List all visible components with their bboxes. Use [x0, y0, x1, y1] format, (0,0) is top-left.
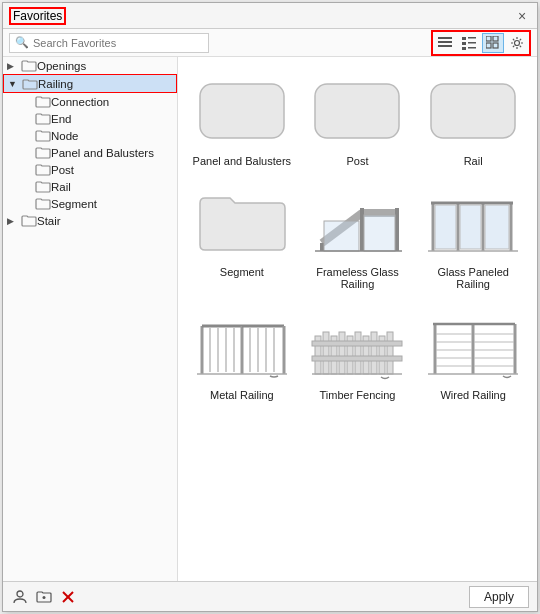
folder-icon-end [35, 112, 51, 125]
thumb-segment [192, 183, 292, 261]
grid-item-post[interactable]: Post [300, 63, 416, 174]
thumb-rail [423, 72, 523, 150]
tree-label-panel: Panel and Balusters [51, 147, 154, 159]
tree-label-stair: Stair [37, 215, 61, 227]
detail-view-button[interactable] [458, 33, 480, 53]
label-metal-railing: Metal Railing [210, 389, 274, 401]
folder-icon-node [35, 129, 51, 142]
tree-item-panel-and-balusters[interactable]: Panel and Balusters [17, 144, 177, 161]
tree-label-railing: Railing [38, 78, 73, 90]
svg-rect-3 [462, 37, 466, 40]
settings-icon [510, 36, 524, 50]
label-glass-paneled: Glass Paneled Railing [420, 266, 526, 290]
favorites-window: Favorites × 🔍 [2, 2, 538, 612]
thumb-wired-railing [423, 306, 523, 384]
folder-icon-stair [21, 214, 37, 227]
apply-button[interactable]: Apply [469, 586, 529, 608]
search-icon: 🔍 [15, 36, 29, 49]
grid-icon [486, 36, 500, 50]
tree-item-rail[interactable]: Rail [17, 178, 177, 195]
tree-item-post[interactable]: Post [17, 161, 177, 178]
delete-icon[interactable] [59, 588, 77, 606]
tree-label-post: Post [51, 164, 74, 176]
svg-rect-23 [364, 215, 395, 251]
folder-icon-rail [35, 180, 51, 193]
svg-rect-53 [355, 332, 361, 374]
svg-rect-15 [315, 84, 399, 138]
grid-view-button[interactable] [482, 33, 504, 53]
svg-rect-51 [339, 332, 345, 374]
svg-rect-6 [468, 42, 476, 44]
thumb-frameless-glass [307, 183, 407, 261]
thumb-glass-paneled [423, 183, 523, 261]
detail-icon [462, 36, 476, 50]
grid-item-metal-railing[interactable]: Metal Railing [184, 297, 300, 408]
window-title: Favorites [9, 7, 66, 25]
svg-rect-2 [438, 45, 452, 47]
tree-label-connection: Connection [51, 96, 109, 108]
tree-item-end[interactable]: End [17, 110, 177, 127]
toolbar: 🔍 [3, 29, 537, 57]
tree-item-node[interactable]: Node [17, 127, 177, 144]
settings-button[interactable] [506, 33, 528, 53]
user-icon[interactable] [11, 588, 29, 606]
folder-icon-railing [22, 77, 38, 90]
svg-rect-32 [485, 205, 509, 249]
grid-item-frameless-glass[interactable]: Frameless Glass Railing [300, 174, 416, 297]
toolbar-view-buttons [431, 30, 531, 56]
label-segment: Segment [220, 266, 264, 278]
svg-rect-8 [468, 47, 476, 49]
svg-rect-7 [462, 47, 466, 50]
svg-rect-1 [438, 41, 452, 43]
svg-rect-31 [460, 205, 481, 249]
folder-icon-footer[interactable] [35, 588, 53, 606]
tree-arrow-stair: ▶ [7, 216, 21, 226]
svg-rect-57 [387, 332, 393, 374]
tree-item-segment[interactable]: Segment [17, 195, 177, 212]
svg-point-77 [43, 596, 46, 599]
thumb-metal-railing [192, 306, 292, 384]
tree-item-connection[interactable]: Connection [17, 93, 177, 110]
thumb-panel-balusters [192, 72, 292, 150]
tree-arrow-railing: ▼ [8, 79, 22, 89]
search-input[interactable] [33, 37, 203, 49]
grid-item-panel-balusters[interactable]: Panel and Balusters [184, 63, 300, 174]
tree-arrow-openings: ▶ [7, 61, 21, 71]
label-frameless-glass: Frameless Glass Railing [305, 266, 411, 290]
svg-rect-16 [431, 84, 515, 138]
svg-rect-55 [371, 332, 377, 374]
grid-item-wired-railing[interactable]: Wired Railing [415, 297, 531, 408]
folder-icon-segment [35, 197, 51, 210]
list-icon [438, 36, 452, 50]
svg-point-13 [515, 40, 520, 45]
thumb-timber-fencing [307, 306, 407, 384]
grid-item-glass-paneled[interactable]: Glass Paneled Railing [415, 174, 531, 297]
svg-rect-4 [468, 37, 476, 39]
svg-rect-9 [486, 36, 491, 41]
tree-label-openings: Openings [37, 60, 86, 72]
grid-item-timber-fencing[interactable]: Timber Fencing [300, 297, 416, 408]
svg-rect-11 [486, 43, 491, 48]
label-post: Post [346, 155, 368, 167]
grid-item-segment[interactable]: Segment [184, 174, 300, 297]
svg-point-76 [17, 591, 23, 597]
close-button[interactable]: × [513, 7, 531, 25]
list-view-button[interactable] [434, 33, 456, 53]
tree-item-openings[interactable]: ▶ Openings [3, 57, 177, 74]
svg-rect-59 [312, 356, 402, 361]
tree-item-railing[interactable]: ▼ Railing [3, 74, 177, 93]
grid-area: Panel and Balusters Post [178, 57, 537, 581]
title-bar-left: Favorites [9, 7, 66, 25]
tree-label-node: Node [51, 130, 79, 142]
svg-rect-49 [323, 332, 329, 374]
svg-rect-5 [462, 42, 466, 45]
svg-rect-22 [324, 221, 359, 251]
search-box[interactable]: 🔍 [9, 33, 209, 53]
title-bar: Favorites × [3, 3, 537, 29]
tree-label-segment: Segment [51, 198, 97, 210]
grid-item-rail[interactable]: Rail [415, 63, 531, 174]
main-panel: Panel and Balusters Post [178, 57, 537, 581]
tree-item-stair[interactable]: ▶ Stair [3, 212, 177, 229]
folder-icon-openings [21, 59, 37, 72]
svg-rect-58 [312, 341, 402, 346]
